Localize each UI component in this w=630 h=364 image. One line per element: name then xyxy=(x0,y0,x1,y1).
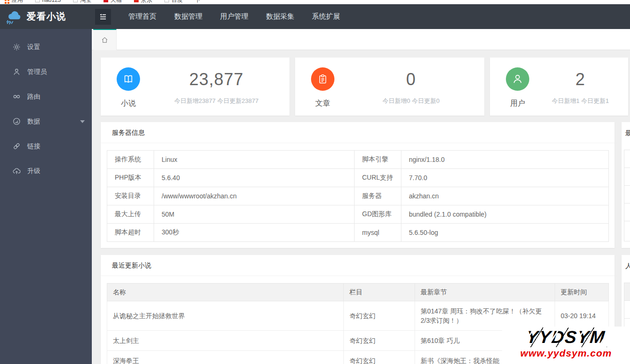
panel-title-fragment: 最 xyxy=(625,129,630,138)
chevron-down-icon xyxy=(80,120,85,123)
column-header-name: 名称 xyxy=(107,284,344,301)
novel-name: 深海拳王 xyxy=(107,351,344,364)
server-value: akzhan.cn xyxy=(401,187,609,205)
watermark-slash-decoration xyxy=(523,328,609,347)
bookmark-baidu[interactable]: 百度 xyxy=(164,0,183,4)
app-logo[interactable]: 爱看小说 xyxy=(0,4,92,29)
column-header-time: 更新时间 xyxy=(555,284,609,301)
server-key: mysql xyxy=(355,224,401,242)
gear-icon xyxy=(13,43,21,51)
table-row: 脚本超时 300秒 mysql 5.6.50-log xyxy=(107,224,609,242)
bookmark-hao123[interactable]: hao123 xyxy=(35,0,61,3)
watermark-url: www.yydsym.com xyxy=(502,348,630,359)
bookmark-tmall[interactable]: 天猫 xyxy=(104,0,122,4)
novel-name: 从诡秘之主开始拯救世界 xyxy=(107,301,344,331)
gauge-icon xyxy=(13,117,21,126)
collapse-sidebar-button[interactable] xyxy=(95,9,111,25)
server-key: 安装目录 xyxy=(107,187,154,205)
stat-card-label: 文章 xyxy=(304,99,341,109)
sidebar: 设置 管理员 路由 数据 链接 xyxy=(0,29,92,364)
server-key: 脚本超时 xyxy=(107,224,154,242)
stat-card-subtitle: 今日新增0 今日更新0 xyxy=(349,97,473,105)
novel-category: 奇幻玄幻 xyxy=(344,331,415,351)
server-info-panel: 服务器信息 操作系统 Linux 脚本引擎 nginx/1.18.0 PHP版本… xyxy=(101,122,615,248)
server-key: PHP版本 xyxy=(107,169,154,187)
stat-card-label: 用户 xyxy=(499,99,536,109)
stat-card-value: 23,877 xyxy=(155,70,278,89)
sidebar-item-label: 链接 xyxy=(27,142,40,151)
server-value: /www/wwwroot/akzhan.cn xyxy=(154,187,355,205)
nav-item-home[interactable]: 管理首页 xyxy=(119,4,165,29)
sidebar-item-data[interactable]: 数据 xyxy=(0,111,92,132)
nav-label: 数据管理 xyxy=(174,12,202,21)
server-value: Linux xyxy=(154,151,355,169)
favicon-icon xyxy=(35,0,40,2)
stat-card-subtitle: 今日新增23877 今日更新23877 xyxy=(155,97,278,105)
nav-item-extend[interactable]: 系统扩展 xyxy=(303,4,349,29)
table-row: 最大上传 50M GD图形库 bundled (2.1.0 compatible… xyxy=(107,205,609,224)
nav-label: 系统扩展 xyxy=(312,12,340,21)
top-header: 爱看小说 管理首页 数据管理 用户管理 数据采集 系统扩展 xyxy=(0,4,630,29)
app-title: 爱看小说 xyxy=(27,10,66,23)
bookmark-label: 应用 xyxy=(12,0,23,4)
server-value: 5.6.50-log xyxy=(401,224,609,242)
novel-name: 太上剑主 xyxy=(107,331,344,351)
server-value: 7.70.0 xyxy=(401,169,609,187)
bookmark-taobao[interactable]: 淘宝 xyxy=(73,0,91,4)
server-value: nginx/1.18.0 xyxy=(401,151,609,169)
tab-home[interactable] xyxy=(93,29,117,50)
favicon-icon xyxy=(164,0,169,2)
nav-item-user-manage[interactable]: 用户管理 xyxy=(211,4,257,29)
favicon-icon xyxy=(73,0,78,2)
nav-item-collect[interactable]: 数据采集 xyxy=(257,4,303,29)
server-key: 服务器 xyxy=(355,187,401,205)
stat-card-value: 2 xyxy=(544,70,617,89)
column-header-category: 栏目 xyxy=(344,284,415,301)
browser-bookmarks-bar: 应用 hao123 淘宝 天猫 京东 百度 下 xyxy=(0,0,630,4)
sidebar-item-label: 管理员 xyxy=(27,68,47,76)
sidebar-item-links[interactable]: 链接 xyxy=(0,136,92,157)
column-header-chapter: 最新章节 xyxy=(415,284,555,301)
sidebar-item-label: 设置 xyxy=(27,43,40,51)
sidebar-item-label: 数据 xyxy=(27,117,40,126)
stat-card-users: 用户 2 今日新增1 今日更新1 xyxy=(490,58,628,116)
panel-title-fragment: 人 xyxy=(625,262,630,270)
collapse-menu-icon xyxy=(98,12,108,22)
bookmark-label: hao123 xyxy=(42,0,61,3)
sidebar-item-route[interactable]: 路由 xyxy=(0,86,92,107)
sidebar-item-settings[interactable]: 设置 xyxy=(0,36,92,58)
server-value: bundled (2.1.0 compatible) xyxy=(401,205,609,224)
stat-card-articles: 文章 0 今日新增0 今日更新0 xyxy=(295,58,484,116)
link-icon xyxy=(13,142,21,151)
sidebar-item-admin[interactable]: 管理员 xyxy=(0,61,92,82)
table-row: 操作系统 Linux 脚本引擎 nginx/1.18.0 xyxy=(107,151,609,169)
user-icon xyxy=(506,67,529,91)
nav-item-data-manage[interactable]: 数据管理 xyxy=(165,4,211,29)
bookmark-apps[interactable]: 应用 xyxy=(5,0,23,4)
server-key: 最大上传 xyxy=(107,205,154,224)
watermark-brand: YYDSYM xyxy=(526,328,607,347)
table-header-row: 名称 栏目 最新章节 更新时间 xyxy=(107,284,609,301)
server-info-table: 操作系统 Linux 脚本引擎 nginx/1.18.0 PHP版本 5.6.4… xyxy=(107,150,609,242)
infinity-icon xyxy=(13,93,21,101)
bookmark-label: 淘宝 xyxy=(80,0,91,4)
server-key: 脚本引擎 xyxy=(355,151,401,169)
server-key: CURL支持 xyxy=(355,169,401,187)
open-book-icon xyxy=(117,67,140,91)
server-value: 5.6.40 xyxy=(154,169,355,187)
stat-card-label: 小说 xyxy=(110,99,147,109)
bookmark-more[interactable]: 下 xyxy=(195,0,200,4)
sidebar-item-upgrade[interactable]: 升级 xyxy=(0,160,92,182)
right-panel-top: 最 xyxy=(622,122,630,248)
bookmark-jd[interactable]: 京东 xyxy=(134,0,152,4)
jd-icon xyxy=(134,0,139,2)
nav-label: 管理首页 xyxy=(128,12,156,21)
bookmark-label: 天猫 xyxy=(111,0,122,4)
bookmark-label: 下 xyxy=(195,0,200,4)
tab-bar xyxy=(92,29,630,50)
cloud-upload-icon xyxy=(13,167,21,175)
novel-category: 奇幻玄幻 xyxy=(344,301,415,331)
server-value: 50M xyxy=(154,205,355,224)
top-navigation: 管理首页 数据管理 用户管理 数据采集 系统扩展 xyxy=(119,4,349,29)
sidebar-item-label: 升级 xyxy=(27,167,40,175)
